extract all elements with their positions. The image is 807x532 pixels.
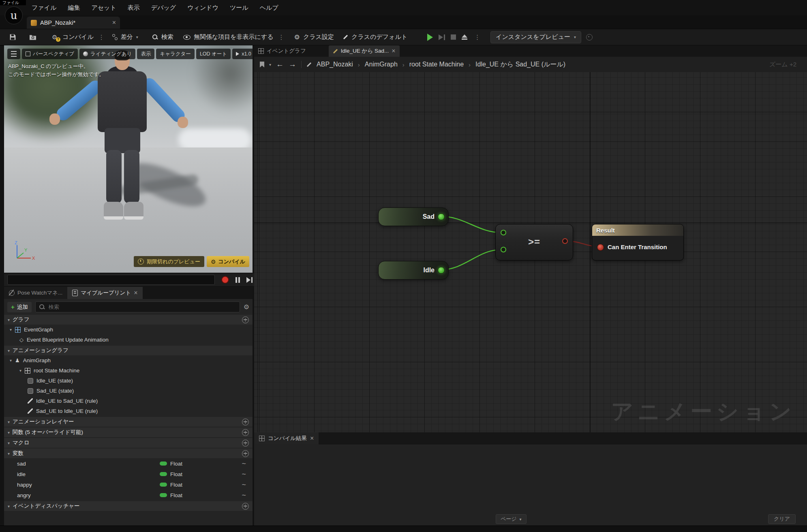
chevron-down-icon[interactable]: ▾ xyxy=(269,62,271,67)
collapse-arrow-icon[interactable]: ▾ xyxy=(8,451,10,456)
section-variables[interactable]: ▾ 変数 xyxy=(4,449,253,458)
tree-item-eventgraph[interactable]: ▾ EventGraph xyxy=(4,325,253,335)
collapse-arrow-icon[interactable]: ▾ xyxy=(8,504,10,508)
tree-item-event-update[interactable]: ◇ Event Blueprint Update Animation xyxy=(4,335,253,345)
diff-button[interactable]: 差分 ▾ xyxy=(108,31,142,43)
menu-asset[interactable]: アセット xyxy=(86,4,122,12)
menu-window[interactable]: ウィンドウ xyxy=(182,4,224,12)
frame-skip-button[interactable] xyxy=(439,34,445,40)
node-result[interactable]: Result Can Enter Transition xyxy=(592,224,684,261)
section-graphs[interactable]: ▾ グラフ xyxy=(4,315,253,325)
collapse-arrow-icon[interactable]: ▾ xyxy=(10,358,12,363)
class-defaults-button[interactable]: クラスのデフォルト xyxy=(339,31,411,43)
section-animation-graphs[interactable]: ▾ アニメーショングラフ xyxy=(4,346,253,355)
graph-canvas[interactable]: Sad Idle >= Result Can Enter Transition … xyxy=(254,72,807,432)
playback-speed-button[interactable]: x1.0 xyxy=(232,49,253,59)
viewport-menu-button[interactable] xyxy=(7,49,20,59)
menu-tools[interactable]: ツール xyxy=(224,4,254,12)
compile-options-kebab-icon[interactable]: ⋮ xyxy=(97,34,106,41)
node-greater-equal[interactable]: >= xyxy=(495,224,573,261)
step-forward-button[interactable] xyxy=(246,277,253,283)
variable-row-idle[interactable]: idle Float ~ xyxy=(4,469,253,479)
section-functions[interactable]: ▾ 関数 (5 オーバーライド可能) xyxy=(4,427,253,437)
add-dispatcher-icon[interactable] xyxy=(242,503,249,510)
pose-watch-wave-icon[interactable]: ~ xyxy=(242,470,246,478)
pause-button[interactable] xyxy=(235,277,240,283)
debug-object-icon[interactable] xyxy=(586,34,593,41)
add-layer-icon[interactable] xyxy=(242,419,249,425)
breadcrumb-animgraph[interactable]: AnimGraph xyxy=(365,61,398,68)
breadcrumb-abp-nozaki[interactable]: ABP_Nozaki xyxy=(317,61,353,68)
node-get-idle[interactable]: Idle xyxy=(378,261,449,280)
collapse-arrow-icon[interactable]: ▾ xyxy=(8,348,10,353)
tab-my-blueprint[interactable]: マイブループリント × xyxy=(67,287,142,299)
collapse-arrow-icon[interactable]: ▾ xyxy=(8,318,10,322)
menu-edit[interactable]: 編集 xyxy=(62,4,86,12)
collapse-arrow-icon[interactable]: ▾ xyxy=(19,368,21,373)
pose-watch-wave-icon[interactable]: ~ xyxy=(242,491,246,499)
viewport-compile-button[interactable]: ⚙ コンパイル xyxy=(207,256,249,267)
menu-help[interactable]: ヘルプ xyxy=(254,4,284,12)
pose-watch-wave-icon[interactable]: ~ xyxy=(242,460,246,467)
search-input[interactable] xyxy=(48,303,236,310)
tree-item-animgraph[interactable]: ▾ ♟ AnimGraph xyxy=(4,355,253,365)
preview-filter-input[interactable] xyxy=(7,275,215,285)
menu-debug[interactable]: デバッグ xyxy=(146,4,182,12)
collapse-arrow-icon[interactable]: ▾ xyxy=(8,441,10,445)
add-variable-icon[interactable] xyxy=(242,450,249,457)
compile-button[interactable]: ⚙? コンパイル xyxy=(48,31,97,43)
variable-row-angry[interactable]: angry Float ~ xyxy=(4,490,253,500)
tab-pose-watch[interactable]: Pose Watchマネ... xyxy=(4,287,67,299)
tree-item-rule-sad-to-idle[interactable]: Sad_UE to Idle_UE (rule) xyxy=(4,406,253,416)
node-get-sad[interactable]: Sad xyxy=(378,207,449,226)
close-icon[interactable]: × xyxy=(310,435,314,442)
clear-button[interactable]: クリア xyxy=(768,514,796,524)
menu-view[interactable]: 表示 xyxy=(122,4,146,12)
tree-item-rule-idle-to-sad[interactable]: Idle_UE to Sad_UE (rule) xyxy=(4,396,253,406)
op-input-pin-b[interactable] xyxy=(501,247,506,252)
eject-button[interactable] xyxy=(462,34,467,40)
forward-arrow-icon[interactable]: → xyxy=(289,60,296,69)
tree-item-state-machine[interactable]: ▾ root State Machine xyxy=(4,365,253,376)
stop-button[interactable] xyxy=(451,34,456,40)
breadcrumb-transition-rule[interactable]: Idle_UE から Sad_UE (ルール) xyxy=(475,60,565,69)
record-button[interactable] xyxy=(221,276,229,284)
bookmark-icon[interactable] xyxy=(260,62,264,68)
tab-transition-rule[interactable]: Idle_UE から Sad... × xyxy=(329,45,400,57)
save-button[interactable] xyxy=(6,31,20,43)
lit-mode-dropdown[interactable]: ライティングあり xyxy=(79,49,135,59)
idle-output-pin[interactable] xyxy=(438,267,445,274)
add-function-icon[interactable] xyxy=(242,429,249,436)
character-dropdown[interactable]: キャラクター xyxy=(156,49,194,59)
preview-instance-dropdown[interactable]: インスタンスをプレビュー ▾ xyxy=(490,31,581,43)
tree-item-sad-state[interactable]: Sad_UE (state) xyxy=(4,386,253,396)
pose-watch-wave-icon[interactable]: ~ xyxy=(242,481,246,488)
breadcrumb-state-machine[interactable]: root State Machine xyxy=(409,61,464,68)
section-event-dispatchers[interactable]: ▾ イベントディスパッチャー xyxy=(4,501,253,511)
section-animation-layers[interactable]: ▾ アニメーションレイヤー xyxy=(4,417,253,427)
close-icon[interactable]: × xyxy=(134,289,137,297)
add-button[interactable]: + 追加 xyxy=(7,302,32,312)
op-input-pin-a[interactable] xyxy=(501,230,506,235)
asset-tab[interactable]: ABP_Nozaki* × xyxy=(27,17,120,29)
collapse-arrow-icon[interactable]: ▾ xyxy=(8,430,10,435)
play-button[interactable] xyxy=(427,34,433,41)
tab-event-graph[interactable]: イベントグラフ xyxy=(254,47,310,55)
menu-file[interactable]: ファイル xyxy=(26,4,62,12)
find-button[interactable]: 検索 xyxy=(148,31,177,43)
collapse-arrow-icon[interactable]: ▾ xyxy=(10,327,12,332)
browse-content-button[interactable] xyxy=(26,31,40,43)
section-macros[interactable]: ▾ マクロ xyxy=(4,438,253,448)
play-options-kebab-icon[interactable]: ⋮ xyxy=(473,34,482,41)
show-dropdown[interactable]: 表示 xyxy=(137,49,154,59)
variable-row-sad[interactable]: sad Float ~ xyxy=(4,458,253,469)
unreal-logo-icon[interactable]: u xyxy=(5,6,23,24)
collapse-arrow-icon[interactable]: ▾ xyxy=(8,420,10,424)
sad-output-pin[interactable] xyxy=(438,214,445,220)
back-arrow-icon[interactable]: ← xyxy=(276,60,284,69)
preview-viewport[interactable]: パースペクティブ ライティングあり 表示 キャラクター LOD オート x1.0… xyxy=(4,45,253,273)
add-macro-icon[interactable] xyxy=(242,440,249,447)
hide-unrelated-button[interactable]: 無関係な項目を非表示にする xyxy=(180,31,277,43)
close-icon[interactable]: × xyxy=(112,19,116,26)
page-dropdown[interactable]: ページ ▾ xyxy=(496,514,527,524)
